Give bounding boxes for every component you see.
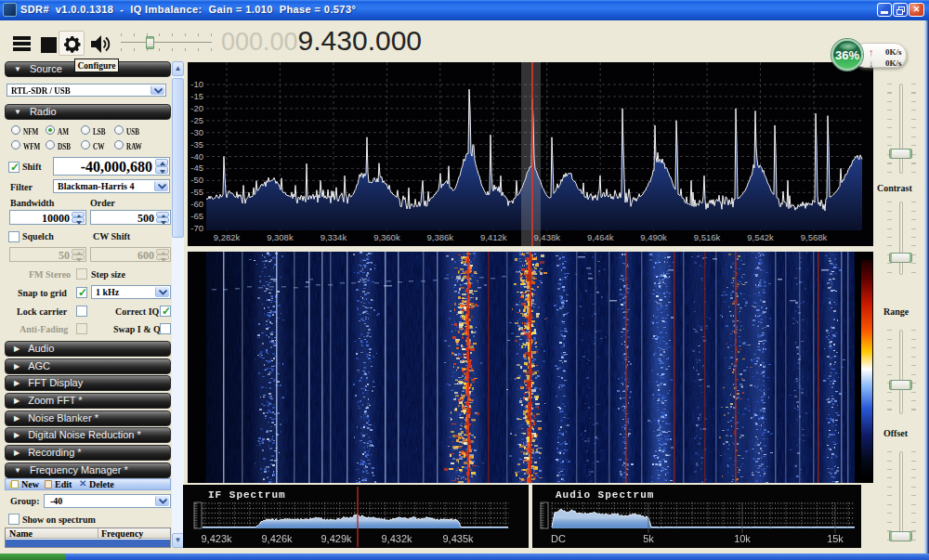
svg-text:-45: -45 <box>190 163 203 173</box>
svg-text:9,464k: 9,464k <box>587 232 614 242</box>
svg-text:9,426k: 9,426k <box>261 533 293 544</box>
svg-text:-40: -40 <box>190 151 203 162</box>
svg-text:Audio Spectrum: Audio Spectrum <box>556 489 654 501</box>
svg-text:-60: -60 <box>190 199 203 209</box>
svg-text:9,423k: 9,423k <box>201 533 232 544</box>
svg-text:9,308k: 9,308k <box>267 232 294 242</box>
svg-text:9,360k: 9,360k <box>373 232 400 242</box>
svg-text:-20: -20 <box>190 103 203 113</box>
svg-text:9,386k: 9,386k <box>427 232 454 242</box>
svg-text:-55: -55 <box>190 187 203 197</box>
svg-text:-25: -25 <box>190 115 203 125</box>
svg-text:IF Spectrum: IF Spectrum <box>208 489 286 501</box>
svg-text:-15: -15 <box>190 91 203 101</box>
svg-text:9,412k: 9,412k <box>480 232 507 242</box>
svg-text:DC: DC <box>551 533 566 544</box>
svg-text:15k: 15k <box>827 533 844 544</box>
svg-text:-35: -35 <box>190 139 203 150</box>
svg-text:9,435k: 9,435k <box>442 533 474 544</box>
svg-text:9,490k: 9,490k <box>640 232 667 242</box>
svg-text:9,432k: 9,432k <box>381 533 412 544</box>
svg-text:9,542k: 9,542k <box>747 232 774 242</box>
svg-text:9,429k: 9,429k <box>321 533 352 544</box>
svg-text:9,334k: 9,334k <box>321 232 347 242</box>
svg-text:-30: -30 <box>190 127 203 137</box>
svg-text:5k: 5k <box>643 533 654 544</box>
svg-text:9,516k: 9,516k <box>694 232 721 242</box>
svg-text:-70: -70 <box>190 223 203 233</box>
svg-text:-50: -50 <box>190 175 203 185</box>
svg-text:9,568k: 9,568k <box>801 232 828 242</box>
svg-text:10k: 10k <box>734 533 751 544</box>
svg-text:-65: -65 <box>190 211 203 221</box>
svg-text:-10: -10 <box>190 79 203 89</box>
svg-text:9,282k: 9,282k <box>214 232 241 242</box>
